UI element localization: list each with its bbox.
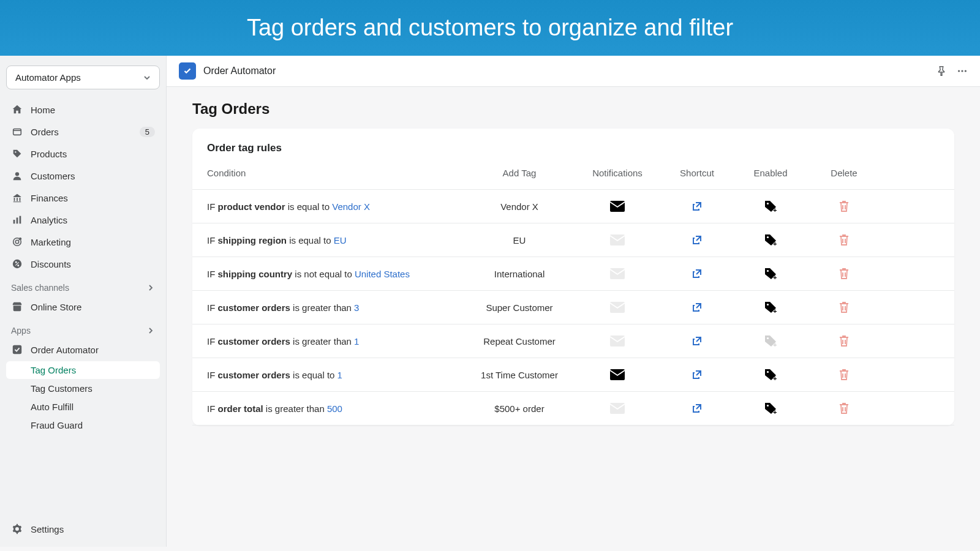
condition-cell: IF customer orders is greater than 3 (207, 302, 464, 313)
notification-toggle[interactable] (610, 268, 625, 279)
sidebar-item-marketing[interactable]: Marketing (6, 231, 160, 252)
svg-rect-5 (20, 216, 21, 224)
sidebar-item-label: Order Automator (31, 345, 99, 355)
svg-rect-9 (13, 345, 21, 354)
store-selector-label: Automator Apps (15, 72, 81, 83)
delete-button[interactable] (838, 402, 850, 415)
main-content: Order Automator Tag Orders Order tag rul… (167, 56, 980, 547)
col-shortcut: Shortcut (660, 168, 734, 178)
svg-rect-0 (13, 129, 21, 135)
sidebar-item-customers[interactable]: Customers (6, 165, 160, 186)
rules-card: Order tag rules Condition Add Tag Notifi… (192, 129, 954, 425)
delete-button[interactable] (838, 267, 850, 280)
sidebar-item-home[interactable]: Home (6, 99, 160, 120)
sidebar-item-label: Settings (31, 524, 64, 534)
table-row: IF shipping region is equal to EUEU+ (192, 223, 954, 257)
svg-text:+: + (773, 307, 777, 314)
shortcut-button[interactable] (692, 269, 702, 279)
sales-channels-header[interactable]: Sales channels (6, 276, 160, 296)
svg-point-20 (767, 270, 769, 272)
pin-icon[interactable] (936, 66, 947, 77)
shortcut-button[interactable] (692, 201, 702, 211)
finances-icon (11, 192, 23, 204)
svg-rect-4 (17, 217, 18, 223)
sidebar-item-label: Customers (31, 171, 75, 181)
table-row: IF customer orders is greater than 3Supe… (192, 291, 954, 324)
table-header: Condition Add Tag Notifications Shortcut… (192, 168, 954, 190)
svg-point-2 (15, 172, 19, 176)
col-notifications: Notifications (575, 168, 660, 178)
enabled-toggle[interactable]: + (764, 402, 777, 415)
sidebar-item-settings[interactable]: Settings (6, 519, 160, 539)
card-title: Order tag rules (192, 142, 954, 168)
enabled-toggle[interactable]: + (764, 267, 777, 280)
delete-button[interactable] (838, 334, 850, 348)
sidebar-item-orders[interactable]: Orders5 (6, 121, 160, 142)
delete-button[interactable] (838, 301, 850, 314)
promo-banner: Tag orders and customers to organize and… (0, 0, 980, 56)
col-delete: Delete (807, 168, 881, 178)
marketing-icon (11, 236, 23, 248)
store-selector[interactable]: Automator Apps (6, 66, 160, 89)
table-row: IF customer orders is equal to 11st Time… (192, 358, 954, 392)
shortcut-button[interactable] (692, 235, 702, 245)
sidebar-item-discounts[interactable]: Discounts (6, 253, 160, 274)
notification-toggle[interactable] (610, 369, 625, 380)
enabled-toggle[interactable]: + (764, 368, 777, 381)
apps-header[interactable]: Apps (6, 318, 160, 339)
delete-button[interactable] (838, 368, 850, 381)
chevron-right-icon (146, 283, 155, 292)
svg-point-12 (965, 70, 967, 72)
shortcut-button[interactable] (692, 302, 702, 312)
enabled-toggle[interactable]: + (764, 233, 777, 247)
tag-cell: $500+ order (464, 403, 575, 414)
enabled-toggle[interactable]: + (764, 200, 777, 213)
col-enabled: Enabled (734, 168, 807, 178)
svg-point-26 (767, 337, 769, 339)
sidebar-item-finances[interactable]: Finances (6, 187, 160, 208)
condition-cell: IF shipping country is not equal to Unit… (207, 269, 464, 279)
notification-toggle[interactable] (610, 403, 625, 414)
col-tag: Add Tag (464, 168, 575, 178)
sidebar-subitem[interactable]: Tag Orders (6, 361, 160, 379)
discounts-icon (11, 258, 23, 270)
sidebar-item-order-automator[interactable]: Order Automator (6, 339, 160, 360)
sidebar-item-products[interactable]: Products (6, 143, 160, 164)
shortcut-button[interactable] (692, 336, 702, 346)
condition-cell: IF shipping region is equal to EU (207, 235, 464, 246)
sidebar-subitem[interactable]: Tag Customers (6, 380, 160, 397)
delete-button[interactable] (838, 200, 850, 213)
enabled-toggle[interactable]: + (764, 334, 777, 348)
home-icon (11, 103, 23, 116)
svg-point-11 (961, 70, 963, 72)
sidebar-item-label: Analytics (31, 215, 67, 225)
svg-point-14 (767, 203, 769, 204)
more-icon[interactable] (957, 66, 968, 77)
sidebar-subitem[interactable]: Fraud Guard (6, 416, 160, 434)
enabled-toggle[interactable]: + (764, 301, 777, 314)
svg-text:+: + (773, 206, 777, 213)
svg-point-32 (767, 405, 769, 407)
shortcut-button[interactable] (692, 403, 702, 413)
notification-toggle[interactable] (610, 201, 625, 212)
app-icon (179, 62, 196, 80)
gear-icon (11, 523, 23, 535)
svg-point-1 (15, 151, 16, 152)
svg-text:+: + (773, 408, 777, 415)
notification-toggle[interactable] (610, 302, 625, 313)
notification-toggle[interactable] (610, 335, 625, 347)
svg-point-29 (767, 371, 769, 373)
tag-cell: Vendor X (464, 201, 575, 212)
svg-text:+: + (773, 341, 777, 348)
sidebar-subitem[interactable]: Auto Fulfill (6, 398, 160, 416)
sidebar-item-analytics[interactable]: Analytics (6, 209, 160, 230)
sidebar-item-label: Marketing (31, 237, 71, 247)
delete-button[interactable] (838, 233, 850, 247)
svg-point-23 (767, 304, 769, 305)
table-row: IF shipping country is not equal to Unit… (192, 257, 954, 291)
notification-toggle[interactable] (610, 234, 625, 246)
shortcut-button[interactable] (692, 370, 702, 380)
sidebar-item-online-store[interactable]: Online Store (6, 296, 160, 317)
svg-text:+: + (773, 375, 777, 381)
page-title: Tag Orders (192, 100, 954, 118)
